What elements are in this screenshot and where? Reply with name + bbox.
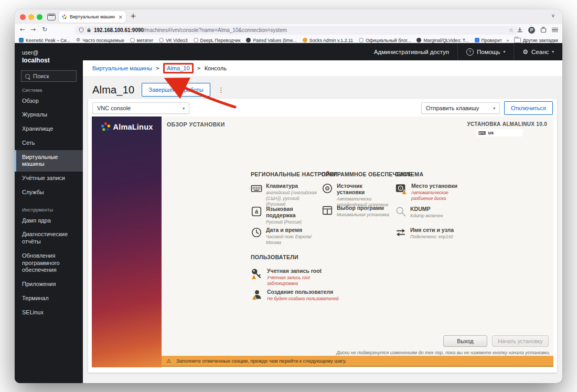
firefox-view-icon[interactable] [47, 14, 56, 20]
spoke-root-account[interactable]: ! Учетная запись rootУчётная запись root… [251, 268, 337, 287]
url-text: 192.168.100.61:9090/machines#/vm/console… [94, 27, 287, 33]
tab-close-icon[interactable]: × [119, 14, 123, 20]
downloads-icon[interactable] [517, 27, 523, 33]
sidebar-item-applications[interactable]: Приложения [15, 278, 83, 292]
zoom-window-button[interactable] [37, 14, 42, 20]
globe-icon [159, 38, 164, 43]
quit-button[interactable]: Выход [443, 335, 487, 347]
disconnect-button[interactable]: Отключиться [504, 101, 553, 115]
forward-button[interactable]: → [30, 26, 36, 33]
sidebar-item-software-updates[interactable]: Обновления программного обеспечения [15, 249, 83, 277]
search-placeholder: Поиск [33, 73, 49, 79]
bookmark-item[interactable]: Paired Values (time... [246, 38, 296, 43]
user-warning-icon: ! [251, 289, 263, 300]
globe-icon [359, 38, 364, 43]
main-content: Виртуальные машины > Alma_10 > Консоль A… [83, 60, 562, 383]
host-name: localhost [22, 57, 76, 64]
sidebar-section-system: Система [15, 87, 83, 94]
url-path: /machines#/vm/console?name=Alma_10&conne… [144, 27, 287, 33]
tracking-shield-icon[interactable] [79, 27, 84, 33]
language-icon: á [251, 206, 262, 217]
lock-icon[interactable] [87, 27, 91, 33]
bookmark-item[interactable]: Keenetic Peak – Си... [19, 38, 70, 43]
breadcrumb-separator: > [156, 66, 159, 71]
almalinux-logo-icon [101, 122, 111, 132]
caret-down-icon: ▾ [493, 106, 495, 111]
spoke-installation-source[interactable]: Источник установкиАвтоматически определё… [322, 183, 390, 208]
kdump-magnifier-icon [395, 206, 407, 217]
spoke-user-creation[interactable]: ! Создание пользователяНе будет создано … [251, 289, 348, 302]
bookmark-item[interactable]: VK Video3 [159, 38, 187, 43]
shutdown-button[interactable]: Завершение работы [142, 83, 210, 97]
spoke-network-hostname[interactable]: Имя сети и узлаПодключено: enp1s0 [395, 227, 466, 240]
sidebar-item-overview[interactable]: Обзор [15, 94, 83, 108]
sidebar-item-virtual-machines[interactable]: Виртуальные машины [15, 150, 83, 172]
url-host: 192.168.100.61:9090 [94, 27, 144, 33]
keyboard-layout-indicator[interactable]: ⌨ us [476, 129, 522, 136]
github-icon [416, 38, 421, 43]
extension-p-icon[interactable]: P [528, 27, 535, 34]
tab-list-chevron-icon[interactable]: ∨ [551, 13, 555, 18]
sidebar-item-accounts[interactable]: Учётные записи [15, 172, 83, 186]
bookmark-item[interactable]: метатег [130, 38, 153, 43]
bookmarks-list: Keenetic Peak – Си... ⚙Часто посещаемые … [19, 38, 502, 43]
bookmark-item[interactable]: ⚙Часто посещаемые [76, 38, 124, 43]
bookmarks-overflow-icon[interactable]: » [506, 38, 509, 43]
sidebar-item-diagnostic-reports[interactable]: Диагностические отчёты [15, 228, 83, 249]
breadcrumb-virtual-machines[interactable]: Виртуальные машины [92, 65, 152, 71]
bookmark-item[interactable]: Socks Admin v.1.2.11 [303, 38, 353, 43]
sidebar-item-storage[interactable]: Хранилище [15, 122, 83, 136]
spoke-kdump[interactable]: KDUMPKdump включен [395, 206, 463, 219]
globe-icon [194, 38, 198, 43]
tab-virtual-machines[interactable]: Виртуальные машины - user@l × [59, 11, 126, 23]
clock-icon [251, 227, 262, 238]
breadcrumb-vm-name[interactable]: Alma_10 [163, 63, 193, 73]
sidebar-item-services[interactable]: Службы [15, 185, 83, 199]
sidebar-item-logs[interactable]: Журналы [15, 108, 83, 122]
product-title: УСТАНОВКА ALMALINUX 10.0 [467, 121, 547, 127]
reload-button[interactable]: ↻ [42, 26, 47, 33]
sidebar-section-tools: Инструменты [15, 207, 83, 214]
spoke-language-support[interactable]: á Языковая поддержкаРусский (Россия) [251, 206, 323, 225]
svg-text:!: ! [253, 276, 254, 279]
other-bookmarks-button[interactable]: Другие закладки [514, 38, 558, 43]
sidebar-item-selinux[interactable]: SELinux [15, 305, 83, 320]
back-button[interactable]: ← [20, 26, 25, 33]
help-menu-button[interactable]: ? Помощь ▾ [457, 43, 514, 60]
breadcrumb-separator: > [197, 66, 201, 71]
bookmark-star-icon[interactable]: ☆ [509, 27, 514, 33]
new-tab-button[interactable]: + [130, 12, 136, 20]
almalinux-logo: AlmaLinux [92, 116, 162, 132]
extensions-icon[interactable] [540, 27, 547, 33]
bookmark-item[interactable]: Официальный блог... [359, 38, 411, 43]
vnc-console[interactable]: AlmaLinux ОБЗОР УСТАНОВКИ УСТАНОВКА ALMA… [92, 116, 553, 367]
bookmark-item[interactable]: Проверить текст н... [475, 38, 503, 43]
sidebar-item-network[interactable]: Сеть [15, 136, 83, 150]
breadcrumb: Виртуальные машины > Alma_10 > Консоль [83, 60, 562, 76]
kebab-menu-icon[interactable]: ⋮ [218, 86, 225, 94]
console-type-select[interactable]: VNC console▾ [92, 102, 189, 114]
spoke-installation-destination[interactable]: ! Место установкиАвтоматическое разбиени… [395, 183, 468, 202]
menu-icon[interactable] [552, 28, 558, 33]
bookmark-item[interactable]: Marginal/QLVideo: T... [416, 38, 468, 43]
navigation-toolbar: ← → ↻ 192.168.100.61:9090/machines#/vm/c… [15, 24, 562, 36]
minimize-window-button[interactable] [28, 14, 34, 20]
send-key-select[interactable]: Отправить клавишу▾ [421, 102, 500, 114]
warning-text: Заполните отмеченные секции, прежде чем … [176, 358, 346, 364]
masthead: Административный доступ ? Помощь ▾ ⚙ Сеа… [83, 43, 562, 60]
admin-access-button[interactable]: Административный доступ [366, 43, 457, 60]
spoke-software-selection[interactable]: Выбор программМинимальная установка [322, 205, 391, 218]
sidebar-item-kdump[interactable]: Дамп ядра [15, 214, 83, 228]
sidebar-item-terminal[interactable]: Терминал [15, 291, 83, 305]
spoke-keyboard[interactable]: Клавиатураанглийский (Английская (США)),… [251, 183, 320, 207]
bookmark-item[interactable]: DeepL Переводчик [194, 38, 241, 43]
page-title: Alma_10 [92, 84, 134, 96]
url-bar[interactable]: 192.168.100.61:9090/machines#/vm/console… [75, 26, 517, 35]
keyboard-icon: ⌨ [478, 130, 486, 136]
close-window-button[interactable] [20, 14, 26, 20]
session-menu-button[interactable]: ⚙ Сеанс ▾ [514, 43, 562, 60]
search-input[interactable]: Поиск [21, 70, 77, 82]
user-block[interactable]: user@ localhost [15, 43, 83, 64]
spoke-date-time[interactable]: Дата и времяЧасовой пояс Европа/Москва [251, 227, 320, 246]
install-source-icon [322, 183, 333, 194]
